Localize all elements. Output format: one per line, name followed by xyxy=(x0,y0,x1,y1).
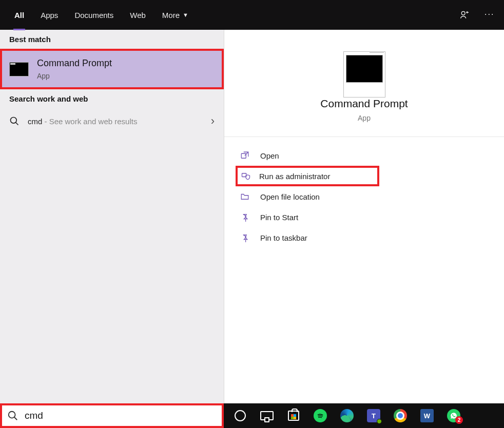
svg-rect-2 xyxy=(241,153,246,158)
pin-icon xyxy=(240,232,250,243)
web-search-hint: - See work and web results xyxy=(42,117,137,126)
action-run-admin-label: Run as administrator xyxy=(259,172,330,181)
tab-documents[interactable]: Documents xyxy=(66,0,122,30)
search-icon xyxy=(9,116,20,126)
search-input[interactable] xyxy=(25,410,217,421)
top-right-controls: ··· xyxy=(460,10,498,20)
search-icon xyxy=(7,410,18,421)
best-match-header: Best match xyxy=(0,30,224,49)
svg-point-0 xyxy=(461,11,465,15)
command-prompt-icon xyxy=(9,62,29,76)
svg-point-4 xyxy=(9,412,15,418)
ms-store-icon[interactable] xyxy=(286,408,301,423)
options-icon[interactable]: ··· xyxy=(484,10,495,20)
taskbar: T W 2 xyxy=(224,403,504,428)
word-icon[interactable]: W xyxy=(420,408,434,423)
results-panel: Best match Command Prompt App Search wor… xyxy=(0,30,224,403)
taskbar-row: T W 2 xyxy=(0,403,504,428)
web-search-query: cmd xyxy=(28,117,42,126)
pin-icon xyxy=(240,212,250,222)
action-pin-start[interactable]: Pin to Start xyxy=(224,207,504,227)
status-available-icon xyxy=(377,419,382,424)
chevron-down-icon: ▼ xyxy=(183,12,188,18)
notification-badge: 2 xyxy=(455,416,463,424)
action-pin-taskbar[interactable]: Pin to taskbar xyxy=(224,227,504,248)
action-pin-start-label: Pin to Start xyxy=(260,213,298,222)
cortana-icon[interactable] xyxy=(233,408,247,423)
svg-point-1 xyxy=(11,118,17,124)
tab-more[interactable]: More ▼ xyxy=(154,0,197,30)
best-match-result[interactable]: Command Prompt App xyxy=(0,49,224,89)
teams-icon[interactable]: T xyxy=(366,408,381,423)
app-kind: App xyxy=(358,114,371,122)
best-match-subtitle: App xyxy=(37,72,112,80)
action-open-location-label: Open file location xyxy=(260,192,320,201)
folder-icon xyxy=(240,191,250,202)
teams-letter: T xyxy=(372,412,376,420)
tabs-group: All Apps Documents Web More ▼ xyxy=(6,0,197,30)
preview-panel: Command Prompt App Open Ru xyxy=(224,30,504,403)
feedback-icon[interactable] xyxy=(460,10,470,20)
action-pin-taskbar-label: Pin to taskbar xyxy=(260,234,307,242)
word-letter: W xyxy=(424,412,430,420)
actions-list: Open Run as administrator Open file xyxy=(224,137,504,256)
search-content: Best match Command Prompt App Search wor… xyxy=(0,30,504,403)
edge-icon[interactable] xyxy=(340,408,354,423)
best-match-text: Command Prompt App xyxy=(37,58,112,80)
action-open[interactable]: Open xyxy=(224,145,504,166)
spotify-icon[interactable] xyxy=(313,408,327,423)
tab-all[interactable]: All xyxy=(6,0,32,30)
tab-apps[interactable]: Apps xyxy=(32,0,66,30)
whatsapp-icon[interactable]: 2 xyxy=(447,408,461,423)
best-match-title: Command Prompt xyxy=(37,58,112,69)
app-large-icon-frame xyxy=(343,51,385,98)
task-view-icon[interactable] xyxy=(260,408,274,423)
web-search-result[interactable]: cmd - See work and web results › xyxy=(0,108,224,134)
chevron-right-icon: › xyxy=(211,114,215,128)
open-icon xyxy=(240,150,250,161)
search-web-header: Search work and web xyxy=(0,89,224,108)
action-open-label: Open xyxy=(260,151,279,160)
tab-more-label: More xyxy=(162,11,180,20)
admin-shield-icon xyxy=(241,171,251,181)
action-open-location[interactable]: Open file location xyxy=(224,186,504,207)
tab-web[interactable]: Web xyxy=(122,0,154,30)
action-run-admin[interactable]: Run as administrator xyxy=(236,166,379,186)
web-search-text: cmd - See work and web results xyxy=(28,117,137,126)
chrome-icon[interactable] xyxy=(393,408,408,423)
command-prompt-icon xyxy=(346,55,383,83)
search-filter-tabs-bar: All Apps Documents Web More ▼ ··· xyxy=(0,0,504,30)
search-box[interactable] xyxy=(0,403,224,428)
app-title: Command Prompt xyxy=(320,98,408,110)
app-header: Command Prompt App xyxy=(224,30,504,137)
